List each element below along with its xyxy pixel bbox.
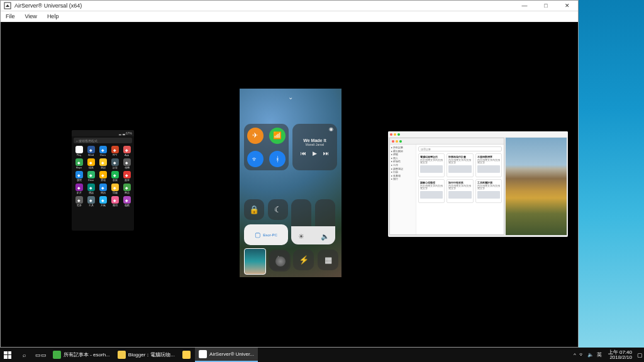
airplane-mode-button[interactable]: ✈ xyxy=(247,128,264,144)
mac-search[interactable]: 搜尋記事 xyxy=(418,146,502,151)
system-tray[interactable]: ^ ᯤ 🔈 英 xyxy=(574,351,604,358)
assistive-touch-button[interactable] xyxy=(270,251,291,272)
mac-sidebar-item[interactable]: ▸ 旅行 xyxy=(391,177,414,181)
cellular-button[interactable]: 📶 xyxy=(269,128,286,144)
mirror-ios[interactable]: ⌄ ✈ 📶 ᯤ ᚼ ◉ We Made It Maneli Jamal ⏮ xyxy=(240,89,341,277)
start-button[interactable] xyxy=(0,348,16,362)
maximize-button[interactable]: □ xyxy=(535,1,557,11)
app-icon: ◆ xyxy=(99,171,107,178)
mirror-android[interactable]: ▂ ▃ 67% ⌕ 搜尋應用程式 ◆Play◆Word◆Docs◆PPT◆App… xyxy=(72,130,134,231)
connectivity-tile[interactable]: ✈ 📶 ᯤ ᚼ xyxy=(244,124,289,170)
flashlight-button[interactable]: ⚡ xyxy=(293,250,314,270)
mirror-mac[interactable]: ▸ 所有記事▸ 最近刪除▸ 標籤▸ 個人▸ 部落格▸ 工作▸ 讀書筆記▸ 待辦▸… xyxy=(388,131,568,237)
traffic-light-max[interactable] xyxy=(397,133,400,136)
traffic-light-close[interactable] xyxy=(392,140,394,143)
mac-wallpaper xyxy=(506,138,567,235)
mac-note-card[interactable]: 旅行行程收集內文預覽文字內文預覽文字 xyxy=(447,179,473,203)
android-app-icon[interactable]: ◆Maps xyxy=(74,158,84,170)
android-app-icon[interactable]: ◆App xyxy=(121,146,132,157)
menu-file[interactable]: File xyxy=(1,13,20,19)
menu-help[interactable]: Help xyxy=(42,13,64,19)
menu-view[interactable]: View xyxy=(20,13,42,19)
android-app-icon[interactable]: ◆PPT xyxy=(109,146,120,157)
wifi-button[interactable]: ᯤ xyxy=(247,151,264,167)
android-app-icon[interactable]: ◆Play xyxy=(74,146,84,157)
taskbar-app-chrome[interactable]: Blogger：電腦玩物... xyxy=(114,348,179,362)
minimize-button[interactable]: — xyxy=(514,1,535,11)
android-app-icon[interactable]: ◆瀏覽 xyxy=(74,171,84,182)
airplay-icon[interactable]: ◉ xyxy=(329,126,333,132)
mac-sidebar[interactable]: ▸ 所有記事▸ 最近刪除▸ 標籤▸ 個人▸ 部落格▸ 工作▸ 讀書筆記▸ 待辦▸… xyxy=(390,145,416,234)
tray-chevron-icon[interactable]: ^ xyxy=(574,352,576,358)
next-button[interactable]: ⏭ xyxy=(323,150,329,156)
android-app-icon[interactable]: ◆鬧鐘 xyxy=(109,184,120,195)
mac-note-card[interactable]: 本週待辦清單內文預覽文字內文預覽文字 xyxy=(475,153,502,177)
volume-icon[interactable]: 🔈 xyxy=(587,352,594,358)
android-app-icon[interactable]: ◆Word xyxy=(86,146,96,157)
android-app-icon[interactable]: ◆雲端 xyxy=(97,171,108,182)
android-app-icon[interactable]: ◆遊戲 xyxy=(121,196,132,207)
traffic-light-max[interactable] xyxy=(399,140,402,143)
app-icon: ◆ xyxy=(87,158,95,166)
homekit-thumbnail[interactable] xyxy=(244,248,266,275)
now-playing-tile[interactable]: ◉ We Made It Maneli Jamal ⏮ ▶ ⏭ xyxy=(292,124,337,170)
app-icon: ◆ xyxy=(123,146,131,153)
chevron-down-icon[interactable]: ⌄ xyxy=(288,94,293,101)
calculator-button[interactable]: ▦ xyxy=(318,250,338,270)
app-label: Docs xyxy=(100,153,106,157)
android-app-icon[interactable]: ◆更多 xyxy=(74,196,84,207)
taskbar-app-airserver[interactable]: AirServer® Univer... xyxy=(195,348,258,362)
android-app-icon[interactable]: ◆天氣 xyxy=(97,196,108,207)
android-app-icon[interactable]: ◆Drive xyxy=(86,171,96,182)
taskbar-app-evernote[interactable]: 所有記事本 - esorh... xyxy=(49,348,114,362)
app-label: 圖庫 xyxy=(125,178,130,182)
close-button[interactable]: ✕ xyxy=(557,1,578,11)
mac-note-card[interactable]: 工具軟體評測內文預覽文字內文預覽文字 xyxy=(475,179,502,203)
android-search[interactable]: ⌕ 搜尋應用程式 xyxy=(74,138,132,143)
traffic-light-min[interactable] xyxy=(394,133,396,136)
android-app-icon[interactable]: ◆相機 xyxy=(121,158,132,170)
mac-note-card[interactable]: 電腦玩物筆記法內文預覽文字內文預覽文字 xyxy=(418,153,445,177)
action-center-button[interactable]: ▢ xyxy=(636,348,644,362)
airserver-icon xyxy=(199,350,207,358)
task-view-button[interactable]: ▭▭ xyxy=(33,348,49,362)
brightness-slider[interactable]: ☀ xyxy=(291,199,311,244)
taskbar-app-explorer[interactable] xyxy=(179,348,195,362)
orientation-lock-button[interactable]: 🔒 xyxy=(244,199,264,220)
android-app-icon[interactable]: ◆音樂 xyxy=(109,171,120,182)
network-icon[interactable]: ᯤ xyxy=(579,352,584,358)
app-icon: ◆ xyxy=(87,171,95,178)
android-app-icon[interactable]: ◆應用 xyxy=(109,196,120,207)
android-app-icon[interactable]: ◆通話 xyxy=(86,184,96,195)
app-icon: ◆ xyxy=(111,158,119,166)
app-label: 音樂 xyxy=(113,178,118,182)
ime-language[interactable]: 英 xyxy=(597,351,602,358)
android-app-icon[interactable]: ◆筆記 xyxy=(97,158,108,170)
search-button[interactable]: ⌕ xyxy=(16,348,33,362)
mac-note-card[interactable]: 讀書心得整理內文預覽文字內文預覽文字 xyxy=(418,179,445,203)
android-app-icon[interactable]: ◆圖庫 xyxy=(121,171,132,182)
android-app-icon[interactable]: ◆影片 xyxy=(74,184,84,195)
android-app-icon[interactable]: ◆商店 xyxy=(121,184,132,195)
app-icon: ◆ xyxy=(87,184,95,191)
android-app-icon[interactable]: ◆簡訊 xyxy=(97,184,108,195)
mac-note-card[interactable]: 部落格寫作計畫內文預覽文字內文預覽文字 xyxy=(447,153,473,177)
android-app-icon[interactable]: ◆檔案 xyxy=(86,158,96,170)
titlebar[interactable]: AirServer® Universal (x64) — □ ✕ xyxy=(1,1,578,11)
bluetooth-button[interactable]: ᚼ xyxy=(269,151,286,167)
screen-mirroring-button[interactable]: ▢ Esor-PC xyxy=(244,224,288,245)
taskbar-clock[interactable]: 上午 07:40 2018/2/10 xyxy=(604,350,636,360)
traffic-light-min[interactable] xyxy=(396,140,398,143)
previous-button[interactable]: ⏮ xyxy=(301,150,306,156)
screen-icon: ▢ xyxy=(255,231,260,238)
airserver-window: AirServer® Universal (x64) — □ ✕ File Vi… xyxy=(0,0,579,348)
traffic-light-close[interactable] xyxy=(390,133,392,136)
play-button[interactable]: ▶ xyxy=(313,150,317,156)
android-app-icon[interactable]: ◆Docs xyxy=(97,146,108,157)
android-app-icon[interactable]: ◆工具 xyxy=(86,196,96,207)
app-label: 應用 xyxy=(113,204,118,207)
app-icon: ◆ xyxy=(87,146,95,153)
taskbar-app-label: AirServer® Univer... xyxy=(209,351,254,357)
android-app-icon[interactable]: ◆設定 xyxy=(109,158,120,170)
do-not-disturb-button[interactable]: ☾ xyxy=(268,199,288,220)
